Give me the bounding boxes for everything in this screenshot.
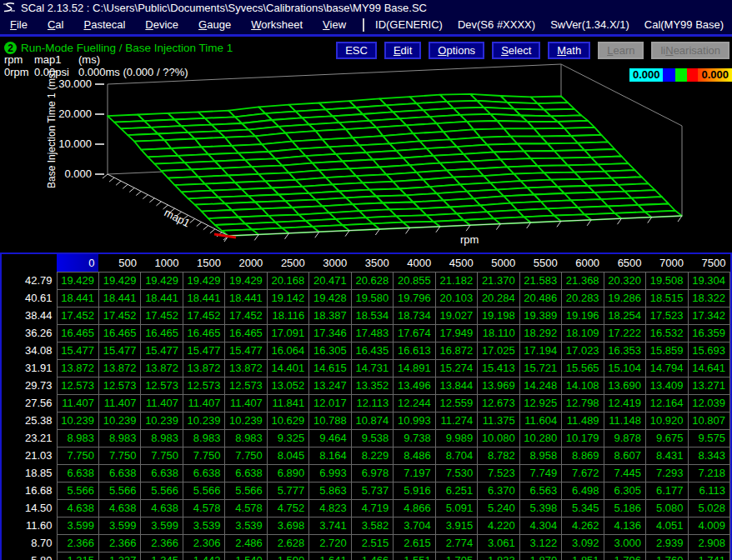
cell[interactable]: 21.583 (519, 272, 561, 289)
cell[interactable]: 12.573 (98, 377, 140, 394)
cell[interactable]: 8.983 (98, 429, 140, 447)
cell[interactable]: 8.431 (646, 447, 688, 464)
cell[interactable]: 9.675 (646, 429, 688, 447)
cell[interactable]: 17.523 (646, 307, 688, 324)
col-header-5500[interactable]: 5500 (519, 254, 561, 272)
row-header-5.80[interactable]: 5.80 (2, 552, 57, 560)
cell[interactable]: 10.080 (478, 429, 519, 447)
cell[interactable]: 1.833 (478, 552, 519, 560)
col-header-3500[interactable]: 3500 (351, 254, 393, 272)
cell[interactable]: 9.738 (394, 429, 435, 447)
cell[interactable]: 19.429 (57, 272, 98, 289)
cell[interactable]: 9.464 (309, 429, 351, 447)
cell[interactable]: 4.051 (646, 517, 688, 534)
cell[interactable]: 2.366 (57, 534, 98, 552)
cell[interactable]: 19.027 (435, 307, 477, 324)
row-header-34.08[interactable]: 34.08 (2, 342, 57, 359)
cell[interactable]: 18.734 (394, 307, 435, 324)
cell[interactable]: 10.179 (562, 429, 604, 447)
cell[interactable]: 13.052 (267, 377, 308, 394)
row-header-25.38[interactable]: 25.38 (2, 412, 57, 429)
cell[interactable]: 18.387 (309, 307, 351, 324)
cell[interactable]: 8.782 (478, 447, 519, 464)
cell[interactable]: 14.248 (519, 377, 561, 394)
cell[interactable]: 6.177 (646, 482, 688, 499)
cell[interactable]: 7.672 (562, 464, 604, 482)
cell[interactable]: 3.698 (267, 517, 308, 534)
cell[interactable]: 16.435 (351, 342, 393, 359)
cell[interactable]: 19.198 (478, 307, 519, 324)
cell[interactable]: 16.353 (604, 342, 645, 359)
row-header-38.44[interactable]: 38.44 (2, 307, 57, 324)
cell[interactable]: 16.465 (98, 324, 140, 342)
cell[interactable]: 18.109 (562, 324, 604, 342)
cell[interactable]: 11.407 (141, 394, 183, 412)
cell[interactable]: 7.750 (225, 447, 267, 464)
cell[interactable]: 17.674 (394, 324, 435, 342)
cell[interactable]: 12.017 (309, 394, 351, 412)
cell[interactable]: 10.239 (183, 412, 224, 429)
cell[interactable]: 1.466 (351, 552, 393, 560)
cell[interactable]: 2.486 (225, 534, 267, 552)
cell[interactable]: 11.407 (183, 394, 224, 412)
cell[interactable]: 14.401 (267, 359, 308, 377)
cell[interactable]: 15.477 (141, 342, 183, 359)
cell[interactable]: 18.515 (646, 289, 688, 307)
row-header-29.73[interactable]: 29.73 (2, 377, 57, 394)
col-header-7500[interactable]: 7500 (688, 254, 729, 272)
cell[interactable]: 13.872 (225, 359, 267, 377)
cell[interactable]: 13.690 (604, 377, 645, 394)
cell[interactable]: 5.028 (688, 499, 729, 517)
col-header-1000[interactable]: 1000 (141, 254, 183, 272)
cell[interactable]: 4.578 (183, 499, 224, 517)
options-button[interactable]: Options (429, 42, 484, 59)
cell[interactable]: 18.110 (478, 324, 519, 342)
col-header-2500[interactable]: 2500 (267, 254, 308, 272)
cell[interactable]: 19.142 (267, 289, 308, 307)
cell[interactable]: 14.731 (351, 359, 393, 377)
cell[interactable]: 7.445 (604, 464, 645, 482)
cell[interactable]: 15.477 (183, 342, 224, 359)
row-header-18.85[interactable]: 18.85 (2, 464, 57, 482)
cell[interactable]: 3.122 (519, 534, 561, 552)
cell[interactable]: 13.872 (57, 359, 98, 377)
cell[interactable]: 4.009 (688, 517, 729, 534)
cell[interactable]: 18.441 (57, 289, 98, 307)
cell[interactable]: 16.872 (435, 342, 477, 359)
math-button[interactable]: Math (548, 42, 590, 59)
cell[interactable]: 1.705 (435, 552, 477, 560)
cell[interactable]: 8.607 (604, 447, 645, 464)
cell[interactable]: 15.565 (562, 359, 604, 377)
cell[interactable]: 5.566 (57, 482, 98, 499)
cell[interactable]: 3.915 (435, 517, 477, 534)
title-bar[interactable]: SCal 2.13.52 : C:\Users\Public\Documents… (0, 0, 732, 15)
cell[interactable]: 7.530 (435, 464, 477, 482)
cell[interactable]: 5.916 (394, 482, 435, 499)
cell[interactable]: 11.274 (435, 412, 477, 429)
cell[interactable]: 9.325 (267, 429, 308, 447)
cell[interactable]: 19.580 (351, 289, 393, 307)
cell[interactable]: 9.878 (604, 429, 645, 447)
cell[interactable]: 15.413 (478, 359, 519, 377)
cell[interactable]: 11.148 (604, 412, 645, 429)
cell[interactable]: 4.220 (478, 517, 519, 534)
cell[interactable]: 10.280 (519, 429, 561, 447)
cell[interactable]: 7.750 (183, 447, 224, 464)
cell[interactable]: 12.573 (57, 377, 98, 394)
cell[interactable]: 8.983 (141, 429, 183, 447)
cell[interactable]: 6.638 (183, 464, 224, 482)
cell[interactable]: 2.628 (267, 534, 308, 552)
cell[interactable]: 8.983 (225, 429, 267, 447)
cell[interactable]: 10.629 (267, 412, 308, 429)
cell[interactable]: 11.407 (98, 394, 140, 412)
cell[interactable]: 1.590 (267, 552, 308, 560)
cell[interactable]: 13.271 (688, 377, 729, 394)
cell[interactable]: 1.442 (183, 552, 224, 560)
cell[interactable]: 12.798 (562, 394, 604, 412)
row-header-21.03[interactable]: 21.03 (2, 447, 57, 464)
row-header-23.21[interactable]: 23.21 (2, 429, 57, 447)
cell[interactable]: 15.721 (519, 359, 561, 377)
cell[interactable]: 19.304 (688, 272, 729, 289)
cell[interactable]: 10.807 (688, 412, 729, 429)
cell[interactable]: 4.719 (351, 499, 393, 517)
